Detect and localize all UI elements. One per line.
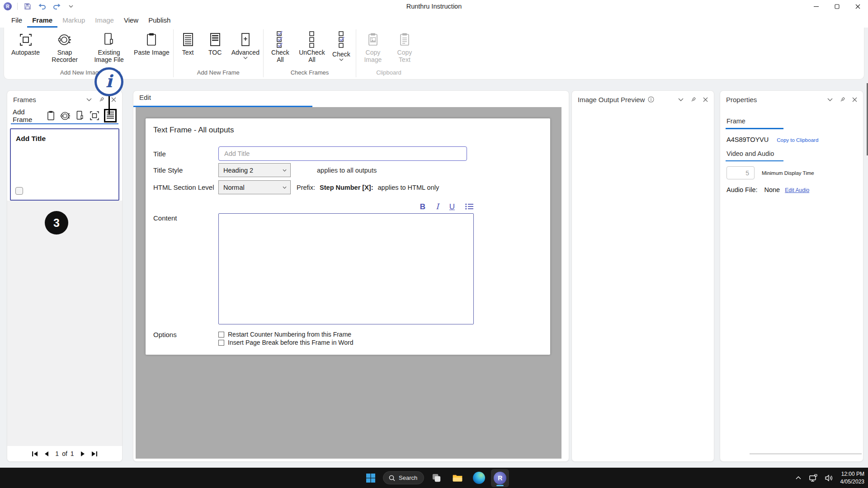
menu-frame[interactable]: Frame	[27, 13, 57, 28]
chevron-down-icon[interactable]	[827, 98, 833, 101]
uncheck-all-button[interactable]: UnCheck All	[299, 31, 325, 63]
last-page-button[interactable]	[90, 450, 99, 458]
frames-panel: Frames Add Frame Add Title	[7, 90, 123, 462]
close-icon[interactable]	[111, 97, 116, 102]
edit-audio-link[interactable]: Edit Audio	[785, 187, 809, 193]
underline-button[interactable]: U	[449, 203, 455, 211]
frame-card[interactable]: Add Title	[10, 128, 119, 201]
tab-edit[interactable]: Edit	[139, 94, 151, 101]
autopaste-button[interactable]: Autopaste	[11, 31, 40, 56]
paste-image-button[interactable]: Paste Image	[134, 31, 170, 56]
minimum-display-time-input[interactable]	[726, 166, 755, 179]
html-section-level-value: Normal	[223, 184, 245, 191]
text-frame-selected-icon[interactable]	[104, 109, 117, 122]
properties-resize-divider[interactable]	[750, 454, 862, 454]
chevron-down-icon	[339, 58, 344, 61]
bold-button[interactable]: B	[420, 203, 425, 211]
snap-recorder-frame-icon[interactable]	[60, 110, 71, 122]
snap-recorder-button[interactable]: Snap Recorder	[45, 31, 84, 63]
network-tray-button[interactable]	[808, 471, 820, 485]
start-button[interactable]	[362, 469, 380, 487]
text-frame-button[interactable]: Text	[177, 31, 199, 56]
ribbon-group-label: Check Frames	[267, 68, 352, 79]
minimize-icon	[814, 4, 819, 9]
text-frame-icon	[182, 32, 194, 47]
menu-publish[interactable]: Publish	[143, 13, 175, 28]
runthru-app-button[interactable]: R	[491, 469, 509, 487]
html-section-level-select[interactable]: Normal	[218, 180, 291, 194]
save-button[interactable]	[23, 2, 32, 11]
close-icon[interactable]	[852, 97, 857, 102]
previous-page-button[interactable]	[42, 450, 50, 458]
tab-frame[interactable]: Frame	[726, 117, 857, 128]
toc-button[interactable]: TOC	[204, 31, 226, 56]
options-label: Options	[153, 331, 218, 338]
pin-icon[interactable]	[99, 97, 104, 103]
menu-image[interactable]: Image	[90, 13, 119, 28]
copy-text-button[interactable]: Copy Text	[392, 31, 418, 63]
close-icon[interactable]	[703, 97, 708, 102]
check-button[interactable]: Check	[330, 31, 352, 61]
redo-icon	[53, 3, 61, 10]
pin-icon[interactable]	[690, 97, 696, 103]
title-style-select[interactable]: Heading 2	[218, 163, 291, 177]
frame-card-title: Add Title	[11, 129, 118, 143]
properties-panel-title: Properties	[726, 96, 757, 103]
pin-icon[interactable]	[840, 97, 845, 103]
undo-button[interactable]	[38, 2, 47, 11]
redo-button[interactable]	[52, 2, 61, 11]
autopaste-frame-icon[interactable]	[89, 110, 100, 121]
last-page-icon	[91, 451, 98, 457]
option-restart-counter[interactable]: Restart Counter Numbering from this Fram…	[218, 331, 354, 338]
italic-button[interactable]: I	[436, 203, 439, 211]
pager-of-label: of	[62, 450, 67, 457]
quick-access-customize-button[interactable]	[66, 2, 75, 11]
advanced-frame-button[interactable]: Advanced	[231, 31, 259, 59]
existing-image-file-button[interactable]: Existing Image File	[90, 31, 128, 63]
content-textarea[interactable]	[218, 213, 474, 324]
bullet-list-button[interactable]	[465, 203, 474, 210]
option-insert-page-break[interactable]: Insert Page Break before this Frame in W…	[218, 339, 354, 346]
copy-image-button[interactable]: Copy Image	[360, 31, 386, 63]
form-title: Text Frame - All outputs	[153, 126, 550, 135]
task-view-button[interactable]	[427, 469, 445, 487]
next-page-button[interactable]	[79, 450, 87, 458]
next-page-icon	[80, 451, 85, 457]
chevron-down-icon[interactable]	[86, 98, 92, 101]
taskbar-clock[interactable]: 12:00 PM 4/05/2023	[840, 470, 864, 485]
volume-tray-button[interactable]	[823, 471, 835, 485]
autopaste-icon	[19, 33, 33, 47]
divider	[17, 3, 18, 10]
tray-chevron-button[interactable]	[793, 471, 804, 485]
menu-file[interactable]: File	[6, 13, 27, 28]
preview-info-icon[interactable]	[648, 96, 654, 103]
paste-image-frame-icon[interactable]	[46, 110, 56, 122]
title-style-label: Title Style	[153, 166, 218, 174]
title-bar: R Runthru Instruction	[0, 0, 868, 13]
ribbon-button-label: TOC	[208, 49, 222, 56]
edge-browser-button[interactable]	[470, 469, 488, 487]
bullet-list-icon	[465, 203, 474, 210]
copy-to-clipboard-link[interactable]: Copy to Clipboard	[777, 137, 818, 143]
file-explorer-button[interactable]	[448, 469, 467, 487]
prefix-label: Prefix:	[297, 184, 315, 191]
image-file-frame-icon[interactable]	[75, 110, 85, 122]
maximize-button[interactable]	[826, 0, 847, 13]
taskbar-search[interactable]: Search	[383, 471, 424, 484]
insert-page-break-checkbox[interactable]	[218, 340, 224, 346]
ribbon-button-label: Autopaste	[11, 49, 40, 56]
first-page-button[interactable]	[31, 450, 39, 458]
title-input[interactable]	[218, 146, 467, 161]
close-button[interactable]	[847, 0, 868, 13]
frame-select-checkbox[interactable]	[15, 187, 23, 195]
frame-card-wrap: Add Title	[7, 124, 122, 201]
chevron-down-icon[interactable]	[678, 98, 684, 101]
menu-markup[interactable]: Markup	[57, 13, 90, 28]
check-all-button[interactable]: Check All	[267, 31, 293, 63]
option-label: Insert Page Break before this Frame in W…	[228, 339, 354, 346]
minimize-button[interactable]	[806, 0, 826, 13]
menu-view[interactable]: View	[119, 13, 143, 28]
restart-counter-checkbox[interactable]	[218, 332, 224, 338]
menu-bar: File Frame Markup Image View Publish	[0, 13, 868, 28]
copy-image-icon	[367, 32, 379, 47]
